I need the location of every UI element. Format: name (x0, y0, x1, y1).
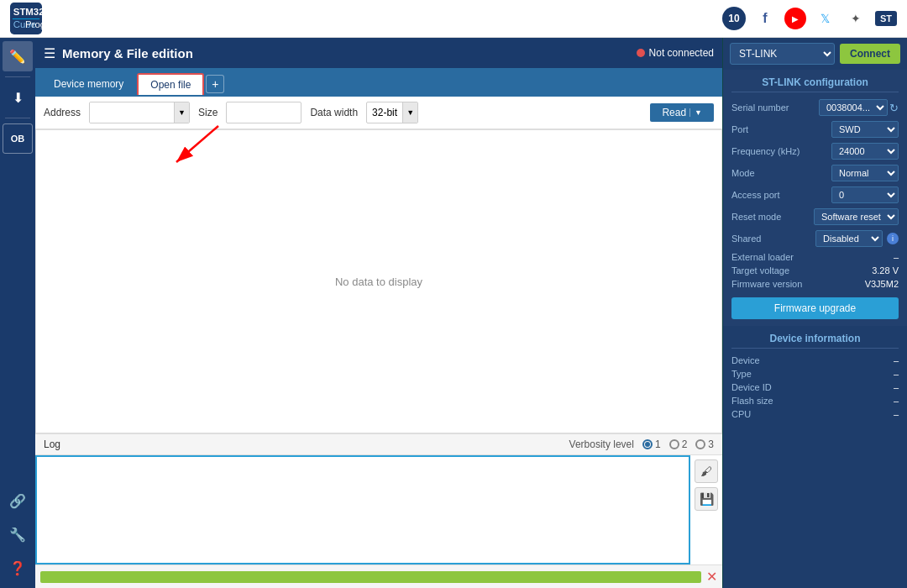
menu-icon[interactable]: ☰ (44, 45, 55, 61)
progress-bar-area: ✕ (35, 564, 722, 588)
device-id-label: Device ID (731, 382, 772, 392)
svg-text:Programmer: Programmer (25, 19, 42, 29)
log-body: 🖌 💾 (35, 455, 722, 564)
device-value: – (894, 355, 899, 365)
radio-3[interactable] (695, 439, 705, 449)
facebook-icon[interactable]: f (754, 8, 776, 29)
page-title: Memory & File edition (62, 46, 193, 60)
shared-control: Disabled i (815, 230, 899, 247)
firmware-version-row: Firmware version V3J5M2 (731, 279, 899, 289)
reset-mode-row: Reset mode Software reset (731, 208, 899, 225)
log-label: Log (44, 438, 60, 450)
svg-text:STM32: STM32 (13, 7, 42, 17)
sidebar-sep-2 (5, 118, 30, 118)
type-row: Type – (731, 369, 899, 379)
flash-size-row: Flash size – (731, 396, 899, 406)
verbosity-controls: Verbosity level 1 2 3 (569, 438, 714, 450)
sidebar-ob-btn[interactable]: OB (3, 123, 33, 154)
log-clear-btn[interactable]: 🖌 (695, 459, 718, 483)
serial-refresh-btn[interactable]: ↻ (889, 102, 899, 114)
twitter-icon[interactable]: 𝕏 (815, 8, 836, 29)
radio-2[interactable] (669, 439, 679, 449)
target-voltage-value: 3.28 V (872, 265, 899, 276)
network-icon[interactable]: ✦ (845, 8, 867, 29)
port-select[interactable]: SWD (831, 121, 899, 138)
cpu-value: – (894, 409, 899, 419)
firmware-version-label: Firmware version (731, 279, 802, 289)
tab-add-btn[interactable]: + (206, 75, 224, 93)
serial-number-control: 0038004... ↻ (819, 99, 899, 116)
stlink-config-section: ST-LINK configuration Serial number 0038… (723, 70, 907, 326)
connection-bar: ST-LINK Connect (723, 38, 907, 70)
connect-button[interactable]: Connect (840, 44, 900, 64)
device-row: Device – (731, 355, 899, 365)
mode-row: Mode Normal (731, 165, 899, 181)
no-data-text: No data to display (335, 276, 422, 288)
data-width-value: 32-bit (367, 107, 402, 118)
cpu-row: CPU – (731, 409, 899, 419)
sidebar-help-btn[interactable]: ❓ (3, 553, 33, 583)
port-row: Port SWD (731, 121, 899, 138)
connection-type-select[interactable]: ST-LINK (730, 43, 835, 65)
external-loader-value: – (894, 252, 899, 262)
log-header: Log Verbosity level 1 2 3 (35, 434, 722, 455)
sidebar-download-btn[interactable]: ⬇ (3, 82, 33, 113)
read-button[interactable]: Read ▼ (650, 103, 714, 122)
radio-1[interactable] (642, 439, 653, 449)
external-loader-row: External loader – (731, 252, 899, 262)
size-input[interactable] (226, 102, 301, 123)
st-logo[interactable]: ST (875, 11, 897, 26)
device-label: Device (731, 355, 760, 365)
data-width-arrow[interactable]: ▼ (402, 102, 417, 123)
progress-close-btn[interactable]: ✕ (706, 569, 717, 585)
log-textarea[interactable] (35, 455, 690, 564)
reset-mode-select[interactable]: Software reset (814, 208, 899, 225)
not-connected-status: Not connected (637, 47, 714, 59)
title-bar: ☰ Memory & File edition Not connected (35, 38, 722, 68)
data-width-dropdown[interactable]: 32-bit ▼ (366, 102, 418, 123)
logo-area: STM32 Cube Programmer (10, 3, 42, 34)
flash-size-label: Flash size (731, 396, 773, 406)
verbosity-2[interactable]: 2 (669, 438, 688, 450)
access-port-label: Access port (731, 190, 831, 200)
serial-number-select[interactable]: 0038004... (819, 99, 888, 116)
address-dropdown-arrow[interactable]: ▼ (174, 102, 189, 123)
shared-info-tooltip[interactable]: i (887, 233, 899, 244)
shared-row: Shared Disabled i (731, 230, 899, 247)
youtube-icon[interactable]: ▶ (784, 8, 806, 29)
size-label: Size (198, 107, 218, 118)
device-info-title: Device information (731, 333, 899, 349)
sidebar-wrench-btn[interactable]: 🔧 (3, 519, 33, 549)
sidebar-sep-1 (5, 76, 30, 77)
read-btn-label: Read (662, 107, 686, 118)
verbosity-3[interactable]: 3 (695, 438, 714, 450)
firmware-upgrade-button[interactable]: Firmware upgrade (731, 297, 899, 319)
right-panel: ST-LINK Connect ST-LINK configuration Se… (722, 38, 907, 588)
verbosity-1[interactable]: 1 (642, 438, 661, 450)
sidebar-edit-btn[interactable]: ✏️ (3, 41, 33, 71)
log-save-btn[interactable]: 💾 (695, 487, 718, 511)
type-label: Type (731, 369, 752, 379)
frequency-label: Frequency (kHz) (731, 146, 831, 156)
address-input[interactable] (90, 102, 174, 123)
tab-device-memory[interactable]: Device memory (42, 74, 135, 94)
main-layout: ✏️ ⬇ OB 🔗 🔧 ❓ ☰ Memory & File edition No… (0, 38, 907, 588)
stlink-config-title: ST-LINK configuration (731, 76, 899, 92)
mode-select[interactable]: Normal (831, 165, 899, 181)
sidebar: ✏️ ⬇ OB 🔗 🔧 ❓ (0, 38, 35, 588)
sidebar-el-btn[interactable]: 🔗 (3, 486, 33, 516)
reset-mode-label: Reset mode (731, 212, 814, 222)
badge-10[interactable]: 10 (722, 7, 746, 30)
connection-status-text: Not connected (649, 47, 714, 59)
progress-bar-track (40, 571, 701, 583)
shared-select[interactable]: Disabled (815, 230, 883, 247)
address-input-wrapper[interactable]: ▼ (89, 102, 190, 123)
title-left: ☰ Memory & File edition (44, 45, 193, 61)
tab-open-file[interactable]: Open file (137, 73, 204, 95)
header-social: 10 f ▶ 𝕏 ✦ ST (722, 7, 897, 30)
access-port-select[interactable]: 0 (831, 186, 899, 203)
frequency-select[interactable]: 24000 (831, 143, 899, 160)
read-btn-arrow[interactable]: ▼ (689, 108, 702, 117)
port-label: Port (731, 124, 831, 134)
log-actions: 🖌 💾 (690, 455, 722, 564)
